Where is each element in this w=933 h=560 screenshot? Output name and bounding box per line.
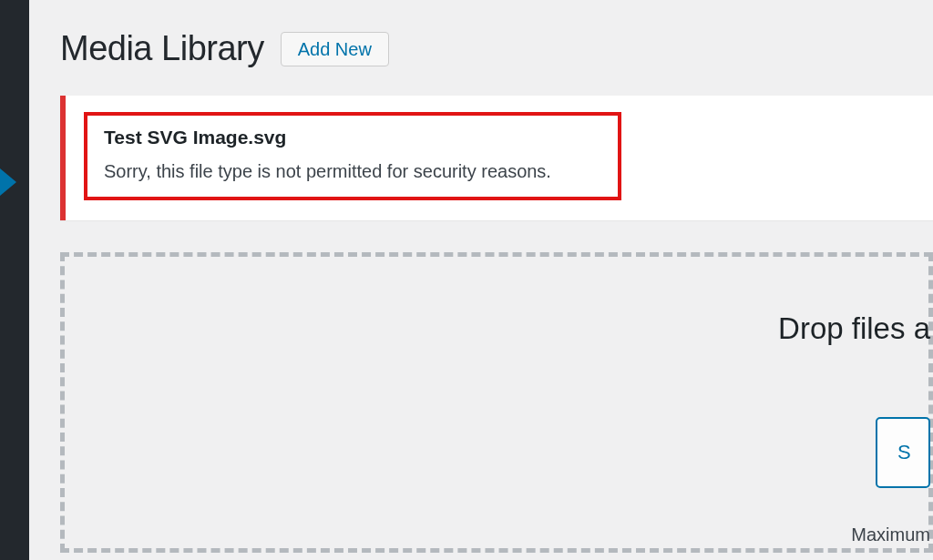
sidebar-active-indicator-icon xyxy=(0,168,16,196)
error-highlight-box: Test SVG Image.svg Sorry, this file type… xyxy=(84,112,621,200)
error-notice: Test SVG Image.svg Sorry, this file type… xyxy=(60,96,933,220)
max-upload-text: Maximum xyxy=(65,524,930,545)
dropzone-heading: Drop files a xyxy=(65,311,930,346)
page-title: Media Library xyxy=(60,29,264,68)
upload-dropzone[interactable]: Drop files a S Maximum xyxy=(60,252,933,553)
content-area: Media Library Add New Test SVG Image.svg… xyxy=(29,0,933,560)
select-files-button[interactable]: S xyxy=(876,417,930,488)
error-message: Sorry, this file type is not permitted f… xyxy=(104,161,585,182)
page-header: Media Library Add New xyxy=(60,29,933,68)
admin-sidebar xyxy=(0,0,29,560)
error-filename: Test SVG Image.svg xyxy=(104,127,585,148)
add-new-button[interactable]: Add New xyxy=(281,32,389,66)
